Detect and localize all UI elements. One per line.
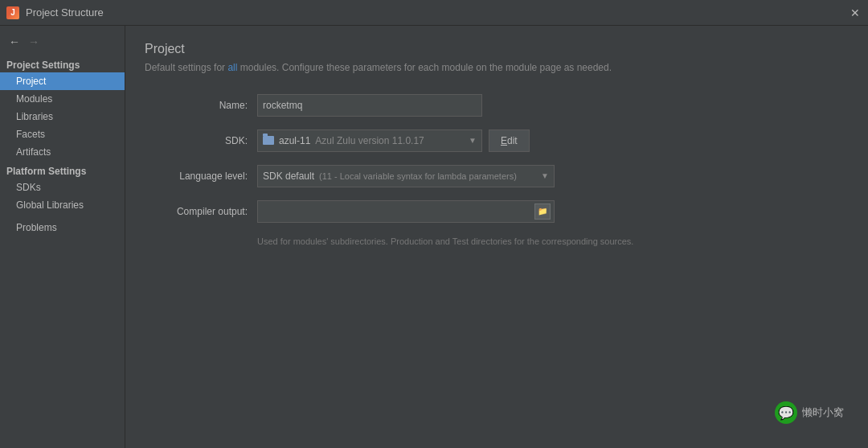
lang-main-text: SDK default [263, 171, 314, 182]
platform-settings-label: Platform Settings [0, 161, 125, 179]
compiler-output-input[interactable] [263, 206, 534, 217]
page-subtitle: Default settings for all modules. Config… [145, 61, 849, 75]
title-bar: J Project Structure ✕ [0, 0, 868, 26]
lang-dropdown-arrow: ▼ [541, 171, 549, 180]
compiler-output-control: 📁 [257, 200, 555, 223]
compiler-output-folder-button[interactable]: 📁 [534, 203, 551, 220]
title-bar-left: J Project Structure [6, 6, 104, 19]
lang-detail-text: (11 - Local variable syntax for lambda p… [319, 171, 517, 181]
name-label: Name: [145, 100, 257, 111]
page-title: Project [145, 42, 849, 56]
language-level-label: Language level: [145, 171, 257, 182]
language-level-control: SDK default (11 - Local variable syntax … [257, 165, 555, 187]
title-bar-title: Project Structure [26, 6, 104, 18]
sdk-folder-icon [263, 136, 274, 145]
project-settings-label: Project Settings [0, 55, 125, 72]
name-control [257, 94, 482, 117]
compiler-output-label: Compiler output: [145, 206, 257, 217]
name-input[interactable] [257, 94, 482, 117]
sdk-dropdown-inner: azul-11 Azul Zulu version 11.0.17 [263, 135, 424, 146]
language-level-row: Language level: SDK default (11 - Local … [145, 165, 849, 187]
sdk-name: azul-11 [279, 135, 310, 146]
sidebar-item-sdks[interactable]: SDKs [0, 179, 125, 196]
sdk-control: azul-11 Azul Zulu version 11.0.17 ▼ Edit [257, 129, 530, 152]
lang-dropdown-text: SDK default (11 - Local variable syntax … [263, 171, 517, 182]
edit-underline-letter: E [501, 135, 507, 146]
watermark: 💬 懒时小窝 [775, 401, 844, 424]
sidebar-item-global-libraries[interactable]: Global Libraries [0, 196, 125, 214]
back-arrow[interactable]: ← [6, 35, 23, 48]
language-level-dropdown[interactable]: SDK default (11 - Local variable syntax … [257, 165, 555, 187]
compiler-output-row: Compiler output: 📁 [145, 200, 849, 223]
sidebar-item-problems[interactable]: Problems [0, 219, 125, 236]
compiler-output-hint: Used for modules' subdirectories. Produc… [257, 236, 849, 248]
main-layout: ← → Project Settings Project Modules Lib… [0, 26, 868, 448]
sdk-dropdown[interactable]: azul-11 Azul Zulu version 11.0.17 ▼ [257, 129, 482, 152]
sidebar-item-facets[interactable]: Facets [0, 125, 125, 143]
watermark-icon: 💬 [775, 401, 797, 424]
sidebar-item-artifacts[interactable]: Artifacts [0, 143, 125, 161]
watermark-text: 懒时小窝 [802, 405, 844, 420]
sdk-row: SDK: azul-11 Azul Zulu version 11.0.17 ▼… [145, 129, 849, 152]
sdk-dropdown-arrow: ▼ [469, 136, 477, 145]
compiler-input-wrap: 📁 [257, 200, 555, 223]
content-area: Project Default settings for all modules… [125, 26, 868, 448]
sidebar: ← → Project Settings Project Modules Lib… [0, 26, 125, 448]
nav-back-row: ← → [0, 32, 125, 55]
forward-arrow[interactable]: → [26, 35, 42, 48]
edit-sdk-button[interactable]: Edit [489, 129, 530, 152]
sdk-label: SDK: [145, 135, 257, 146]
app-icon: J [6, 6, 19, 19]
sidebar-item-project[interactable]: Project [0, 72, 125, 90]
sidebar-item-modules[interactable]: Modules [0, 90, 125, 108]
sidebar-item-libraries[interactable]: Libraries [0, 108, 125, 125]
subtitle-highlight: all [227, 62, 237, 73]
close-button[interactable]: ✕ [849, 6, 862, 19]
name-row: Name: [145, 94, 849, 117]
sdk-version: Azul Zulu version 11.0.17 [315, 135, 424, 146]
